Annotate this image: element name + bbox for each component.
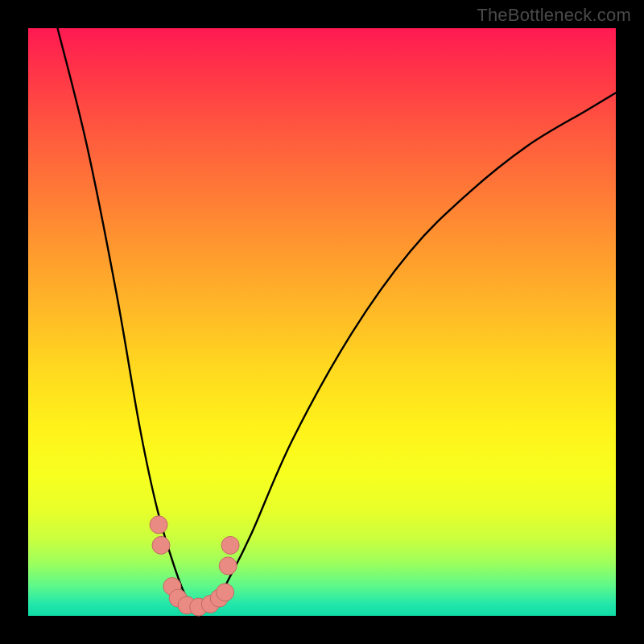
data-marker bbox=[217, 584, 234, 601]
chart-frame: TheBottleneck.com bbox=[0, 0, 644, 644]
chart-svg bbox=[28, 28, 616, 616]
watermark-text: TheBottleneck.com bbox=[477, 5, 631, 26]
bottleneck-curve bbox=[58, 28, 617, 608]
data-marker bbox=[219, 557, 237, 575]
data-marker bbox=[152, 536, 170, 554]
data-marker bbox=[221, 536, 239, 554]
data-markers bbox=[150, 516, 239, 616]
plot-area bbox=[28, 28, 616, 616]
data-marker bbox=[150, 516, 167, 534]
